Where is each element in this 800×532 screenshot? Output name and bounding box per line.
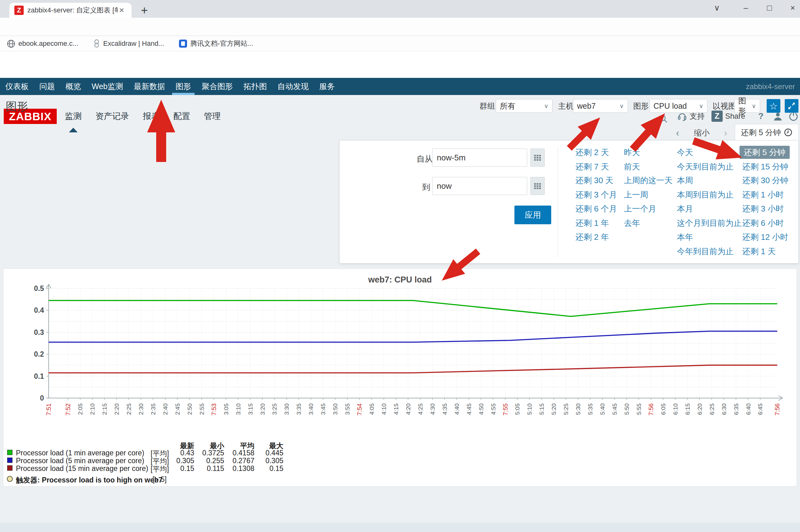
chevron-down-icon: ∨ bbox=[619, 102, 624, 110]
subnav-overview[interactable]: 概览 bbox=[60, 78, 86, 95]
quick-range-link[interactable]: 还剩 7 天 bbox=[576, 162, 609, 172]
window-close-icon[interactable]: × bbox=[790, 3, 795, 13]
quick-range-link[interactable]: 还剩 1 天 bbox=[742, 246, 776, 256]
from-label: 自从 bbox=[417, 154, 433, 165]
quick-range-link[interactable]: 还剩 2 天 bbox=[576, 147, 609, 157]
quick-range-link[interactable]: 还剩 12 小时 bbox=[742, 232, 788, 242]
time-range-tab[interactable]: 还剩 5 分钟 bbox=[735, 124, 799, 140]
quick-range-link[interactable]: 还剩 3 小时 bbox=[742, 204, 784, 214]
new-tab-button[interactable]: + bbox=[141, 4, 148, 17]
logout-power-icon[interactable] bbox=[788, 111, 799, 122]
quick-range-link[interactable]: 本周 bbox=[677, 175, 693, 185]
search-input[interactable] bbox=[563, 112, 671, 125]
quick-range-link[interactable]: 本月 bbox=[677, 204, 693, 214]
from-calendar-button[interactable] bbox=[530, 149, 545, 167]
menu-item-inventory[interactable]: 资产记录 bbox=[95, 111, 129, 122]
graph-card: web7: CPU load 06-29 17:5117:5217:52:051… bbox=[3, 268, 797, 487]
quick-range-link[interactable]: 还剩 2 年 bbox=[576, 232, 609, 242]
subnav-services[interactable]: 服务 bbox=[314, 78, 340, 95]
panel-divider bbox=[558, 147, 558, 257]
subnav-web[interactable]: Web监测 bbox=[86, 78, 128, 95]
window-minimize-icon[interactable]: – bbox=[744, 3, 748, 13]
menu-item-monitoring[interactable]: 监测 bbox=[65, 111, 82, 122]
trigger-threshold: [> 5] bbox=[152, 475, 166, 484]
quick-range-link[interactable]: 前天 bbox=[624, 162, 640, 172]
legend-color-swatch bbox=[7, 450, 13, 455]
quick-range-link[interactable]: 还剩 6 个月 bbox=[576, 204, 617, 214]
quick-range-link-selected[interactable]: 还剩 5 分钟 bbox=[740, 146, 790, 159]
quick-range-link[interactable]: 还剩 6 小时 bbox=[742, 218, 784, 228]
subnav-graphs[interactable]: 图形 bbox=[170, 78, 196, 95]
subnav-maps[interactable]: 拓扑图 bbox=[238, 78, 272, 95]
quick-range-link[interactable]: 还剩 1 小时 bbox=[742, 190, 784, 200]
quick-range-link[interactable]: 还剩 3 个月 bbox=[576, 190, 617, 200]
calendar-icon bbox=[533, 182, 542, 190]
legend-value: 0.255 bbox=[190, 457, 224, 465]
menu-item-reports[interactable]: 报表 bbox=[143, 111, 160, 122]
time-forward-icon[interactable]: › bbox=[724, 127, 727, 139]
zabbix-main-menu: 监测 资产记录 报表 配置 管理 bbox=[65, 103, 221, 129]
search-icon[interactable] bbox=[658, 114, 668, 124]
paperclip-icon bbox=[93, 39, 100, 48]
trigger-name: 触发器: Processor load is too high on web7 bbox=[16, 475, 162, 485]
menu-item-configuration[interactable]: 配置 bbox=[173, 111, 190, 122]
graph-filter-label: 图形 bbox=[633, 99, 649, 113]
subnav-discovery[interactable]: 自动发现 bbox=[272, 78, 314, 95]
bottom-scroll-strip bbox=[0, 522, 800, 532]
graph-select[interactable]: CPU load∨ bbox=[650, 99, 707, 113]
tab-title: zabbix4-server: 自定义图表 [每 bbox=[28, 6, 118, 15]
window-chevron-icon[interactable]: ∨ bbox=[714, 3, 720, 13]
time-back-icon[interactable]: ‹ bbox=[676, 127, 679, 139]
server-name-label: zabbix4-server bbox=[746, 82, 795, 91]
subnav-dashboard[interactable]: 仪表板 bbox=[0, 78, 34, 95]
zabbix-header: ZABBIX 监测 资产记录 报表 配置 管理 支持 Z Share ? bbox=[0, 51, 800, 78]
subnav-screens[interactable]: 聚合图形 bbox=[196, 78, 238, 95]
star-icon: ☆ bbox=[769, 101, 778, 112]
fullscreen-button[interactable] bbox=[785, 99, 798, 113]
quick-range-link[interactable]: 还剩 30 天 bbox=[576, 175, 613, 185]
browser-tab[interactable]: Z zabbix4-server: 自定义图表 [每 × bbox=[10, 3, 131, 18]
menu-item-administration[interactable]: 管理 bbox=[204, 111, 221, 122]
group-select[interactable]: 所有∨ bbox=[496, 99, 552, 113]
host-select[interactable]: web7∨ bbox=[573, 99, 628, 113]
quick-range-link[interactable]: 本年 bbox=[677, 232, 693, 242]
subnav-problems[interactable]: 问题 bbox=[34, 78, 60, 95]
legend-color-swatch bbox=[7, 458, 13, 463]
quick-range-link[interactable]: 还剩 30 分钟 bbox=[742, 175, 788, 185]
zoom-out-button[interactable]: 缩小 bbox=[694, 128, 710, 138]
favourite-button[interactable]: ☆ bbox=[767, 99, 780, 113]
quick-range-link[interactable]: 昨天 bbox=[624, 147, 640, 157]
legend-value: 0.445 bbox=[249, 449, 284, 457]
legend-value: 0.305 bbox=[160, 457, 194, 465]
tab-close-icon[interactable]: × bbox=[119, 6, 124, 15]
to-calendar-button[interactable] bbox=[530, 177, 545, 195]
globe-icon bbox=[7, 40, 15, 48]
user-profile-icon[interactable] bbox=[772, 111, 783, 122]
zabbix-favicon: Z bbox=[14, 6, 24, 15]
quick-range-link[interactable]: 还剩 15 分钟 bbox=[742, 162, 788, 172]
quick-range-link[interactable]: 本周到目前为止 bbox=[677, 190, 733, 200]
quick-range-link[interactable]: 这个月到目前为止 bbox=[677, 218, 742, 228]
from-input[interactable] bbox=[432, 149, 527, 167]
quick-range-link[interactable]: 上一个月 bbox=[624, 204, 656, 214]
view-as-select[interactable]: 图形∨ bbox=[734, 99, 760, 113]
zabbix-subnav: 仪表板 问题 概览 Web监测 最新数据 图形 聚合图形 拓扑图 自动发现 服务… bbox=[0, 78, 800, 95]
to-label: 到 bbox=[422, 182, 430, 193]
bookmark-item[interactable]: ebook.apecome.c... bbox=[7, 40, 78, 48]
quick-range-link[interactable]: 还剩 1 年 bbox=[576, 218, 609, 228]
bookmark-item[interactable]: Excalidraw | Hand... bbox=[93, 39, 164, 48]
bookmark-item[interactable]: 腾讯文档-官方网站... bbox=[179, 39, 253, 48]
subnav-latest-data[interactable]: 最新数据 bbox=[128, 78, 170, 95]
quick-range-link[interactable]: 去年 bbox=[624, 218, 640, 228]
window-maximize-icon[interactable]: □ bbox=[767, 3, 772, 13]
chevron-down-icon: ∨ bbox=[752, 102, 756, 110]
quick-range-link[interactable]: 上一周 bbox=[624, 190, 648, 200]
apply-button[interactable]: 应用 bbox=[514, 206, 551, 224]
legend-value: 0.3725 bbox=[190, 449, 224, 457]
to-input[interactable] bbox=[432, 177, 527, 195]
quick-range-link[interactable]: 今天到目前为止 bbox=[677, 162, 733, 172]
chevron-down-icon: ∨ bbox=[544, 102, 548, 110]
quick-range-link[interactable]: 今年到目前为止 bbox=[677, 246, 733, 256]
quick-range-link[interactable]: 今天 bbox=[677, 147, 693, 157]
quick-range-link[interactable]: 上周的这一天 bbox=[624, 175, 672, 185]
